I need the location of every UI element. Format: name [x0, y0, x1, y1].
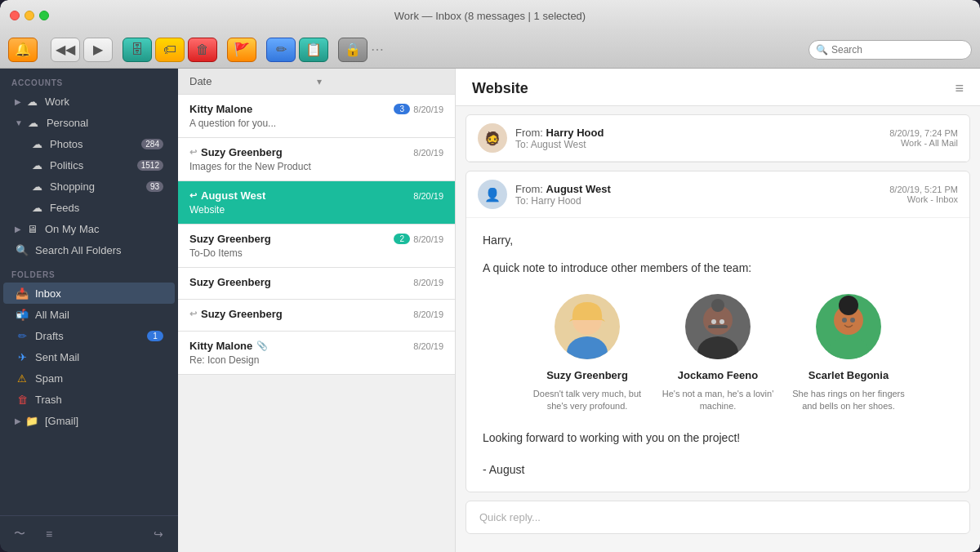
sidebar-item-gmail[interactable]: ▶ 📁 [Gmail] — [3, 410, 175, 431]
msg-date-6: 8/20/19 — [413, 341, 443, 351]
signout-button[interactable]: ↪ — [147, 523, 170, 545]
email2-to-name: Harry Hood — [531, 195, 581, 207]
team-avatar-jockamo — [685, 294, 751, 359]
folders-label: Folders — [0, 260, 178, 283]
sidebar-item-spam[interactable]: ⚠ Spam — [3, 367, 175, 389]
more-button[interactable]: 🔒 — [338, 38, 368, 62]
drafts-icon: ✏ — [15, 328, 29, 343]
back-button[interactable]: ◀◀ — [51, 38, 80, 62]
msg-date-3: 8/20/19 — [413, 234, 443, 244]
email2-timestamp: 8/20/19, 5:21 PM — [889, 185, 958, 194]
message-list: Date ▾ Kitty Malone 3 8/20/19 A question… — [178, 69, 456, 552]
msg-date-4: 8/20/19 — [413, 278, 443, 287]
svg-point-11 — [842, 318, 847, 323]
msg-item-2[interactable]: ↩ August West 8/20/19 Website — [178, 181, 455, 225]
delete-button[interactable]: 🗑 — [188, 38, 217, 62]
sidebar-item-all-mail[interactable]: 📬 All Mail — [3, 304, 175, 325]
sidebar-trash-label: Trash — [35, 394, 62, 406]
politics-icon: ☁ — [29, 158, 44, 172]
sidebar-item-inbox[interactable]: 📥 Inbox — [3, 283, 175, 304]
reply-icon-2: ↩ — [189, 190, 197, 201]
sent-icon: ✈ — [15, 349, 29, 364]
sidebar-item-on-my-mac[interactable]: ▶ 🖥 On My Mac — [3, 218, 175, 239]
email2-from-name: August West — [546, 183, 611, 195]
sidebar-drafts-label: Drafts — [35, 330, 64, 342]
move-button[interactable]: 📋 — [299, 38, 328, 62]
forward-icon: ▶ — [93, 42, 103, 57]
compose-button[interactable]: ✏ — [266, 38, 296, 62]
flag-button[interactable]: 🏷 — [155, 38, 185, 62]
msg-item-1[interactable]: ↩ Suzy Greenberg 8/20/19 Images for the … — [178, 138, 455, 181]
settings-button[interactable]: ≡ — [38, 523, 60, 545]
forward-button[interactable]: ▶ — [83, 38, 113, 62]
msg-sender-5: ↩ Suzy Greenberg — [189, 308, 283, 320]
detail-pane: Website ≡ 🧔 From: Harry Hood — [456, 69, 980, 552]
email1-to: To: August West — [515, 139, 881, 150]
accounts-label: Accounts — [0, 69, 178, 91]
svg-point-4 — [711, 299, 724, 312]
msg-item-4[interactable]: Suzy Greenberg 8/20/19 — [178, 268, 455, 300]
msg-item-5[interactable]: ↩ Suzy Greenberg 8/20/19 — [178, 300, 455, 332]
msg-item-6[interactable]: Kitty Malone 📎 8/20/19 Re: Icon Design — [178, 332, 455, 375]
search-input[interactable] — [831, 44, 964, 56]
sidebar-all-mail-label: All Mail — [35, 309, 69, 321]
flag-account-button[interactable]: 🔔 — [8, 38, 38, 62]
chevron-right-icon-3: ▶ — [15, 416, 21, 425]
sidebar-footer: 〜 ≡ ↪ — [0, 515, 178, 552]
to-label-1: To: — [515, 139, 528, 150]
detail-menu-button[interactable]: ≡ — [955, 80, 964, 97]
msg-item-0[interactable]: Kitty Malone 3 8/20/19 A question for yo… — [178, 95, 455, 138]
email-meta-2: From: August West To: Harry Hood — [515, 183, 881, 207]
sidebar-sent-label: Sent Mail — [35, 351, 79, 363]
sidebar-item-work[interactable]: ▶ ☁ Work — [3, 91, 175, 112]
minimize-button[interactable] — [24, 11, 34, 20]
activity-button[interactable]: 〜 — [8, 523, 31, 545]
sidebar-item-personal[interactable]: ▼ ☁ Personal — [3, 112, 175, 133]
sidebar: Accounts ▶ ☁ Work ▼ ☁ Personal ☁ Photos … — [0, 69, 178, 552]
sidebar-item-feeds[interactable]: ☁ Feeds — [3, 197, 175, 218]
sidebar-item-drafts[interactable]: ✏ Drafts 1 — [3, 325, 175, 346]
team-member-scarlet: Scarlet Begonia She has rings on her fin… — [791, 294, 906, 413]
search-box[interactable]: 🔍 — [808, 40, 972, 60]
shopping-badge: 93 — [146, 181, 163, 192]
cloud-personal-icon: ☁ — [26, 115, 41, 130]
email1-folder: Work - All Mail — [889, 138, 958, 148]
body-signature: - August — [483, 461, 953, 479]
from-label-2: From: — [515, 183, 543, 195]
svg-point-12 — [850, 318, 855, 323]
maximize-button[interactable] — [39, 11, 49, 20]
email1-from-name: Harry Hood — [546, 127, 604, 139]
attachment-icon: 📎 — [256, 341, 268, 351]
svg-point-10 — [839, 296, 858, 315]
inbox-icon: 📥 — [15, 286, 29, 300]
sort-chevron-icon[interactable]: ▾ — [317, 76, 444, 87]
msg-sender-6: Kitty Malone 📎 — [189, 340, 268, 352]
msg-preview-1: Images for the New Product — [189, 161, 394, 172]
email2-folder: Work - Inbox — [889, 194, 958, 204]
detail-scroll: 🧔 From: Harry Hood To: August West — [456, 106, 980, 552]
close-button[interactable] — [10, 11, 20, 20]
svg-point-3 — [697, 336, 738, 359]
email1-from: From: Harry Hood — [515, 127, 881, 139]
archive-button[interactable]: 🗄 — [122, 38, 152, 62]
sidebar-item-trash[interactable]: 🗑 Trash — [3, 389, 175, 410]
sidebar-item-search-all[interactable]: 🔍 Search All Folders — [3, 239, 175, 260]
sidebar-gmail-label: [Gmail] — [45, 415, 78, 427]
msg-preview-3: To-Do Items — [189, 247, 394, 259]
sidebar-item-sent-mail[interactable]: ✈ Sent Mail — [3, 346, 175, 367]
sidebar-item-shopping[interactable]: ☁ Shopping 93 — [3, 176, 175, 197]
sidebar-politics-label: Politics — [50, 159, 83, 171]
email-meta-1: From: Harry Hood To: August West — [515, 127, 881, 150]
email2-to: To: Harry Hood — [515, 195, 881, 207]
body-intro: A quick note to introduce other members … — [483, 259, 953, 277]
sidebar-item-politics[interactable]: ☁ Politics 1512 — [3, 154, 175, 176]
email1-timestamp-block: 8/20/19, 7:24 PM Work - All Mail — [889, 128, 958, 148]
reply-icon-1: ↩ — [189, 147, 197, 158]
msg-item-3[interactable]: Suzy Greenberg 2 8/20/19 To-Do Items — [178, 225, 455, 268]
quick-reply[interactable]: Quick reply... — [466, 501, 970, 534]
email2-from: From: August West — [515, 183, 881, 195]
main-window: Work — Inbox (8 messages | 1 selected) 🔔… — [0, 0, 980, 552]
sidebar-item-photos[interactable]: ☁ Photos 284 — [3, 133, 175, 154]
tag-button[interactable]: 🚩 — [227, 38, 256, 62]
team-intro: Suzy Greenberg Doesn't talk very much, b… — [483, 294, 953, 413]
